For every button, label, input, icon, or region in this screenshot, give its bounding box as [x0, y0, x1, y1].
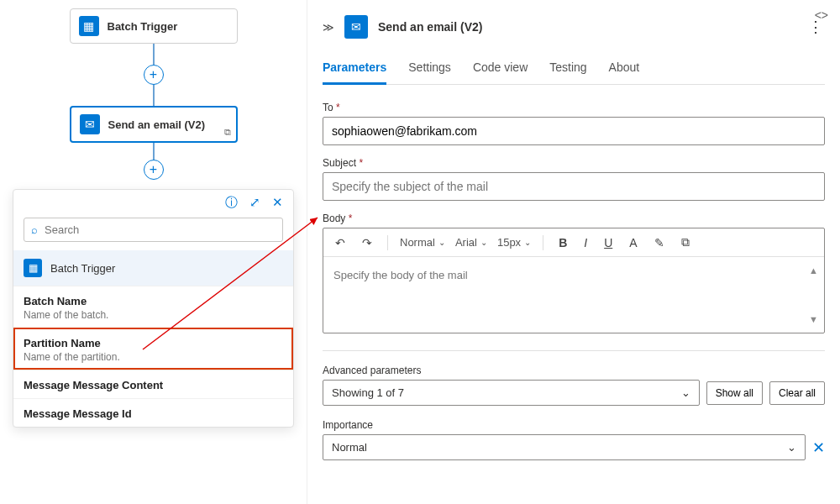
tab-testing[interactable]: Testing: [549, 54, 586, 84]
connector: [153, 85, 155, 106]
body-label: Body *: [323, 213, 825, 224]
expand-icon[interactable]: ⤢: [249, 195, 260, 211]
size-dropdown[interactable]: 15px ⌄: [497, 236, 531, 249]
tab-settings[interactable]: Settings: [408, 54, 451, 84]
scrollbar[interactable]: ▲▼: [809, 265, 821, 324]
workflow-canvas: ▦ Batch Trigger + ✉ Send an email (V2) ⧉…: [0, 0, 307, 504]
to-label: To *: [323, 102, 825, 113]
node-batch-trigger[interactable]: ▦ Batch Trigger: [70, 8, 238, 44]
link-icon: ⧉: [224, 127, 231, 138]
batch-trigger-icon: ▦: [79, 16, 99, 36]
details-panel: ≫ ✉ Send an email (V2) ⋮ Parameters Sett…: [307, 0, 840, 504]
field-message-id[interactable]: Message Message Id: [13, 398, 293, 427]
subject-input[interactable]: [323, 172, 825, 201]
connector: [153, 143, 155, 160]
redo-icon[interactable]: ↷: [359, 234, 375, 251]
node-send-email[interactable]: ✉ Send an email (V2) ⧉: [70, 106, 238, 143]
info-icon[interactable]: ⓘ: [225, 195, 238, 211]
code-view-icon[interactable]: <>: [811, 7, 832, 24]
add-step-button[interactable]: +: [144, 65, 164, 85]
importance-dropdown[interactable]: Normal ⌄: [323, 434, 806, 460]
subject-label: Subject *: [323, 157, 825, 169]
highlight-icon[interactable]: ✎: [651, 234, 668, 251]
clear-all-button[interactable]: Clear all: [769, 381, 825, 405]
importance-label: Importance: [323, 419, 825, 431]
body-editor[interactable]: ↶ ↷ Normal ⌄ Arial ⌄ 15px ⌄ B I U A ✎ ⧉ …: [323, 228, 825, 333]
advanced-parameters-dropdown[interactable]: Showing 1 of 7 ⌄: [323, 380, 700, 406]
editor-toolbar: ↶ ↷ Normal ⌄ Arial ⌄ 15px ⌄ B I U A ✎ ⧉ …: [323, 228, 824, 257]
close-icon[interactable]: ✕: [272, 195, 283, 211]
remove-parameter-icon[interactable]: ✕: [812, 438, 825, 457]
panel-title: Send an email (V2): [378, 20, 482, 34]
chevron-down-icon: ⌄: [787, 441, 796, 454]
chevron-down-icon: ⌄: [681, 386, 690, 399]
batch-trigger-icon: ▦: [24, 259, 42, 277]
outlook-icon: ✉: [344, 15, 368, 39]
dynamic-content-popover: ⓘ ⤢ ✕ ⌕ ▦ Batch Trigger Batch Name Name …: [13, 189, 294, 428]
field-message-content[interactable]: Message Message Content: [13, 370, 293, 398]
search-field[interactable]: [45, 223, 276, 236]
connector: [153, 44, 155, 65]
bold-icon[interactable]: B: [555, 234, 570, 251]
search-input[interactable]: ⌕: [24, 218, 283, 242]
outlook-icon: ✉: [80, 114, 100, 134]
font-dropdown[interactable]: Arial ⌄: [455, 236, 487, 249]
italic-icon[interactable]: I: [580, 234, 591, 251]
tab-code-view[interactable]: Code view: [473, 54, 528, 84]
advanced-parameters-label: Advanced parameters: [323, 365, 825, 376]
node-label: Batch Trigger: [108, 20, 178, 33]
to-input[interactable]: [323, 117, 825, 145]
show-all-button[interactable]: Show all: [706, 381, 763, 405]
collapse-panel-icon[interactable]: ≫: [323, 21, 334, 34]
style-dropdown[interactable]: Normal ⌄: [400, 236, 445, 249]
trigger-section-label: Batch Trigger: [50, 262, 115, 275]
trigger-section-header[interactable]: ▦ Batch Trigger: [13, 250, 293, 286]
tab-parameters[interactable]: Parameters: [323, 54, 386, 85]
tab-about[interactable]: About: [609, 54, 640, 84]
field-batch-name[interactable]: Batch Name Name of the batch.: [13, 286, 293, 328]
node-label: Send an email (V2): [108, 118, 206, 131]
search-icon: ⌕: [31, 223, 38, 236]
font-color-icon[interactable]: A: [626, 234, 640, 251]
underline-icon[interactable]: U: [601, 234, 616, 251]
add-step-button[interactable]: +: [144, 160, 164, 180]
panel-tabs: Parameters Settings Code view Testing Ab…: [323, 54, 825, 85]
undo-icon[interactable]: ↶: [332, 234, 349, 251]
link-icon[interactable]: ⧉: [678, 234, 693, 251]
body-textarea[interactable]: Specify the body of the mail ▲▼: [323, 257, 824, 333]
field-partition-name[interactable]: Partition Name Name of the partition.: [13, 328, 293, 370]
